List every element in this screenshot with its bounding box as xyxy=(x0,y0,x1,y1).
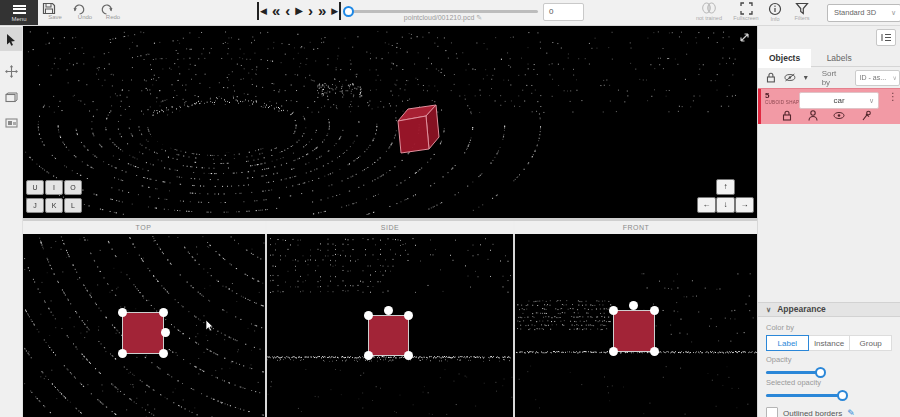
object-menu-button[interactable]: ⋮ xyxy=(888,91,898,102)
box-handle[interactable] xyxy=(118,308,127,317)
object-class-select[interactable]: car ∨ xyxy=(799,92,879,109)
color-by-label: Color by xyxy=(766,323,892,332)
sort-select[interactable]: ID - as... ∨ xyxy=(855,70,900,86)
redo-button[interactable]: Redo xyxy=(100,2,126,20)
edit-filename-icon[interactable]: ✎ xyxy=(476,14,482,21)
cuboid-icon xyxy=(5,92,18,103)
move-icon xyxy=(5,65,18,78)
appearance-header[interactable]: ∨ Appearance xyxy=(758,302,900,317)
object-row-selected[interactable]: 5 CUBOID SHAPE car ∨ ⋮ xyxy=(758,88,900,124)
box-handle[interactable] xyxy=(364,351,373,360)
tab-labels[interactable]: Labels xyxy=(816,49,863,68)
side-view-viewport[interactable] xyxy=(267,234,513,417)
box-handle[interactable] xyxy=(404,351,413,360)
lock-all-icon[interactable] xyxy=(766,72,776,83)
undo-button[interactable]: Undo xyxy=(72,2,98,20)
front-view-viewport[interactable] xyxy=(515,234,757,417)
chevron-down-icon: ∨ xyxy=(891,5,896,21)
edit-borders-icon[interactable]: ✎ xyxy=(847,408,855,417)
selected-opacity-slider[interactable] xyxy=(766,394,848,397)
person-icon[interactable] xyxy=(808,110,818,121)
tool-cuboid[interactable] xyxy=(0,85,22,109)
opacity-slider[interactable] xyxy=(766,371,824,374)
selected-box-front[interactable] xyxy=(613,310,655,352)
playback-controls: ◀ « ‹ ▶ › » ▶ xyxy=(257,1,341,21)
top-view-viewport[interactable] xyxy=(22,234,265,417)
color-by-instance-option[interactable]: Instance xyxy=(809,335,851,351)
box-handle[interactable] xyxy=(118,349,127,358)
nav-left-button[interactable]: ← xyxy=(697,197,716,213)
opacity-slider-handle[interactable] xyxy=(815,367,826,378)
box-handle[interactable] xyxy=(364,311,373,320)
object-action-icons xyxy=(768,108,886,122)
panel-tabs: Objects Labels xyxy=(758,47,900,67)
outlined-borders-checkbox[interactable] xyxy=(766,407,778,417)
key-l[interactable]: L xyxy=(64,198,82,213)
play-button[interactable]: ▶ xyxy=(295,2,303,20)
objects-toolbar: ▾ Sort by ID - as... ∨ xyxy=(758,67,900,88)
info-icon xyxy=(768,2,782,16)
fast-backward-button[interactable]: « xyxy=(272,2,280,20)
caret-down-icon[interactable]: ▾ xyxy=(804,73,808,82)
color-by-group-option[interactable]: Group xyxy=(850,335,892,351)
box-handle[interactable] xyxy=(159,308,168,317)
chevron-down-icon: ∨ xyxy=(893,71,897,85)
lock-icon[interactable] xyxy=(782,110,792,121)
save-button[interactable]: Save xyxy=(42,2,68,20)
selected-box-top[interactable] xyxy=(122,312,164,354)
nav-right-button[interactable]: → xyxy=(735,197,754,213)
main-3d-viewport[interactable]: U I O J K L ↑ ← ↓ → xyxy=(22,25,757,218)
eye-icon[interactable] xyxy=(833,111,845,120)
nav-up-button[interactable]: ↑ xyxy=(716,179,735,195)
color-by-label-option[interactable]: Label xyxy=(766,335,809,351)
object-id: 5 xyxy=(765,91,769,100)
selected-cuboid-3d[interactable] xyxy=(392,101,444,157)
box-handle[interactable] xyxy=(650,347,659,356)
box-handle[interactable] xyxy=(159,349,168,358)
visibility-toggle-icon[interactable] xyxy=(784,73,796,82)
selected-opacity-slider-handle[interactable] xyxy=(837,390,848,401)
box-handle[interactable] xyxy=(609,306,618,315)
tool-image-view[interactable] xyxy=(0,111,22,135)
step-backward-button[interactable]: ‹ xyxy=(285,2,290,20)
box-handle[interactable] xyxy=(404,311,413,320)
pointcloud-3d-canvas[interactable] xyxy=(22,25,757,218)
view-mode-select[interactable]: Standard 3D ∨ xyxy=(827,4,900,22)
chevron-down-icon: ∨ xyxy=(869,93,874,108)
key-j[interactable]: J xyxy=(26,198,44,213)
object-color-bar xyxy=(758,89,761,124)
filters-button[interactable]: Filters xyxy=(789,2,815,21)
info-button[interactable]: Info xyxy=(762,2,788,22)
tab-objects[interactable]: Objects xyxy=(758,49,811,68)
key-u[interactable]: U xyxy=(26,180,44,195)
expand-view-icon[interactable] xyxy=(738,31,751,44)
key-i[interactable]: I xyxy=(45,180,63,195)
right-panel: Objects Labels ▾ Sort by ID - as... ∨ 5 … xyxy=(757,25,900,417)
brain-icon xyxy=(701,2,717,15)
tool-pointer[interactable] xyxy=(0,27,22,51)
box-handle[interactable] xyxy=(384,306,393,315)
timeline-slider[interactable] xyxy=(348,10,538,13)
tool-move[interactable] xyxy=(0,59,22,83)
pointer-icon xyxy=(5,33,17,46)
selected-box-side[interactable] xyxy=(368,315,409,356)
frame-number-input[interactable]: 0 xyxy=(543,3,584,21)
fast-forward-button[interactable]: » xyxy=(318,2,326,20)
box-handle[interactable] xyxy=(629,301,638,310)
menu-button[interactable]: Menu xyxy=(0,0,38,25)
front-view-header: FRONT xyxy=(515,221,757,234)
pin-icon[interactable] xyxy=(861,110,872,121)
outlined-borders-label: Outlined borders xyxy=(783,409,842,417)
panel-layout-button[interactable] xyxy=(876,29,896,46)
nav-down-button[interactable]: ↓ xyxy=(716,197,735,213)
skip-to-start-button[interactable]: ◀ xyxy=(257,2,267,20)
key-k[interactable]: K xyxy=(45,198,63,213)
box-handle[interactable] xyxy=(161,328,170,337)
step-forward-button[interactable]: › xyxy=(308,2,313,20)
box-handle[interactable] xyxy=(650,306,659,315)
key-o[interactable]: O xyxy=(64,180,82,195)
box-handle[interactable] xyxy=(609,347,618,356)
fullscreen-button[interactable]: Fullscreen xyxy=(733,2,759,21)
filename: pointcloud/001210.pcd ✎ xyxy=(338,14,548,22)
top-view-header: TOP xyxy=(22,221,265,234)
